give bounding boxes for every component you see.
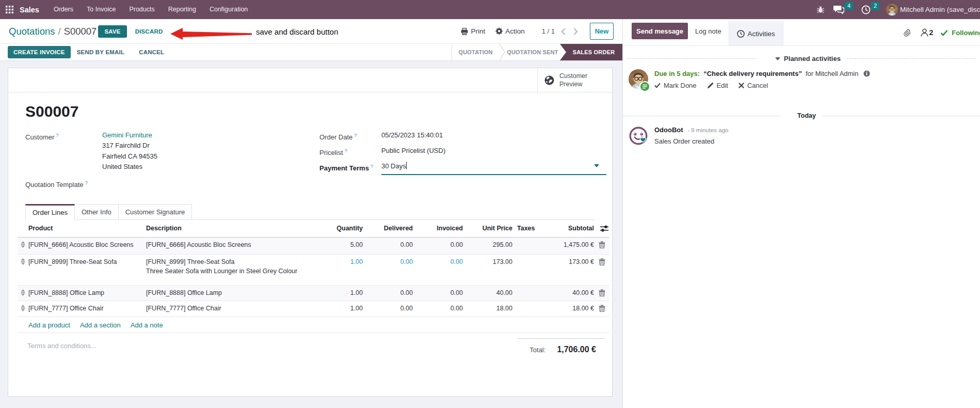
cell-taxes[interactable] [512,238,542,255]
menu-orders[interactable]: Orders [47,0,80,19]
user-name[interactable]: Mitchell Admin (save_discard [900,6,980,13]
followers-button[interactable]: 2 [921,28,934,37]
message-author[interactable]: OdooBot [654,126,683,134]
action-button[interactable]: Action [495,27,525,35]
tab-other-info[interactable]: Other Info [75,204,119,220]
cell-quantity[interactable]: 1.00 [306,286,363,301]
messages-icon-button[interactable]: 4 [833,5,844,14]
activities-button[interactable]: Activities [729,21,783,46]
edit-activity-button[interactable]: Edit [707,82,728,89]
info-icon[interactable] [863,70,870,77]
send-message-button[interactable]: Send message [632,23,688,39]
attachment-button[interactable] [903,28,912,37]
cell-subtotal[interactable]: 40.00 € [542,286,594,301]
planned-activities-toggle[interactable]: Planned activities [775,55,841,62]
th-quantity[interactable]: Quantity [306,220,363,238]
cell-product[interactable]: [FURN_8888] Office Lamp [28,286,146,301]
cell-description[interactable]: [FURN_8888] Office Lamp [146,286,306,301]
cell-quantity[interactable]: 1.00 [306,301,363,317]
cell-quantity[interactable]: 5.00 [306,238,363,255]
create-invoice-button[interactable]: CREATE INVOICE [8,46,71,58]
cell-delivered[interactable]: 0.00 [363,286,413,301]
customer-link[interactable]: Gemini Furniture [102,130,319,140]
th-subtotal[interactable]: Subtotal [542,220,594,238]
delete-line-button[interactable] [594,255,609,286]
cell-taxes[interactable] [512,255,542,286]
delete-line-button[interactable] [594,238,609,255]
cell-quantity[interactable]: 1.00 [306,255,363,286]
save-button[interactable]: SAVE [98,25,126,38]
drag-handle[interactable] [18,301,28,317]
following-button[interactable]: Following [940,29,980,37]
apps-grid-icon[interactable] [6,6,13,13]
tab-order-lines[interactable]: Order Lines [25,204,75,220]
cell-invoiced[interactable]: 0.00 [413,255,463,286]
payment-terms-input[interactable]: 30 Days [381,160,606,175]
drag-handle[interactable] [18,286,28,301]
order-line-row[interactable]: [FURN_8888] Office Lamp [FURN_8888] Offi… [18,286,609,301]
order-line-row[interactable]: [FURN_7777] Office Chair [FURN_7777] Off… [18,301,609,317]
drag-handle[interactable] [18,238,28,255]
pricelist-value[interactable]: Public Pricelist (USD) [381,144,606,160]
cell-description[interactable]: [FURN_8999] Three-Seat Sofa Three Seater… [146,255,306,286]
tab-customer-signature[interactable]: Customer Signature [119,204,192,220]
mark-done-button[interactable]: Mark Done [654,82,697,89]
log-note-button[interactable]: Log note [688,23,729,39]
menu-products[interactable]: Products [122,0,161,19]
cell-taxes[interactable] [512,286,542,301]
th-unit-price[interactable]: Unit Price [463,220,512,238]
step-quotation[interactable]: QUOTATION [452,44,499,60]
cancel-activity-button[interactable]: Cancel [738,82,768,89]
cancel-button[interactable]: CANCEL [139,49,164,55]
add-product-link[interactable]: Add a product [28,321,70,329]
menu-reporting[interactable]: Reporting [162,0,203,19]
cell-description[interactable]: [FURN_7777] Office Chair [146,301,306,317]
add-section-link[interactable]: Add a section [80,321,121,329]
menu-configuration[interactable]: Configuration [203,0,254,19]
quotation-template-value[interactable] [88,176,319,192]
cell-unit-price[interactable]: 173.00 [463,255,512,286]
send-by-email-button[interactable]: SEND BY EMAIL [77,49,124,55]
cell-product[interactable]: [FURN_6666] Acoustic Bloc Screens [28,238,146,255]
cell-invoiced[interactable]: 0.00 [413,238,463,255]
cell-subtotal[interactable]: 1,475.00 € [542,238,594,255]
debug-bug-icon[interactable] [816,6,825,13]
delete-line-button[interactable] [594,286,609,301]
cell-delivered[interactable]: 0.00 [363,301,413,317]
step-quotation-sent[interactable]: QUOTATION SENT [505,44,560,60]
cell-unit-price[interactable]: 40.00 [463,286,512,301]
th-product[interactable]: Product [28,220,146,238]
cell-delivered[interactable]: 0.00 [363,255,413,286]
activities-icon-button[interactable]: 2 [861,5,871,14]
order-date-value[interactable]: 05/25/2023 15:40:01 [381,129,606,144]
th-description[interactable]: Description [146,220,306,238]
th-delivered[interactable]: Delivered [363,220,413,238]
terms-placeholder[interactable]: Terms and conditions... [25,333,517,354]
order-line-row[interactable]: [FURN_8999] Three-Seat Sofa [FURN_8999] … [18,255,609,286]
step-sales-order[interactable]: SALES ORDER [560,44,622,60]
cell-unit-price[interactable]: 18.00 [463,301,512,317]
menu-to-invoice[interactable]: To Invoice [80,0,122,19]
cell-taxes[interactable] [512,301,542,317]
cell-subtotal[interactable]: 173.00 € [542,255,594,286]
th-taxes[interactable]: Taxes [512,220,542,238]
cell-invoiced[interactable]: 0.00 [413,301,463,317]
add-note-link[interactable]: Add a note [131,321,163,329]
app-name[interactable]: Sales [20,6,39,14]
pager-next-button[interactable] [573,27,579,36]
delete-line-button[interactable] [594,301,609,317]
cell-description[interactable]: [FURN_6666] Acoustic Bloc Screens [146,238,306,255]
order-line-row[interactable]: [FURN_6666] Acoustic Bloc Screens [FURN_… [18,238,609,255]
cell-invoiced[interactable]: 0.00 [413,286,463,301]
cell-product[interactable]: [FURN_7777] Office Chair [28,301,146,317]
cell-product[interactable]: [FURN_8999] Three-Seat Sofa [28,255,146,286]
discard-button[interactable]: DISCARD [135,28,163,35]
record-title[interactable]: S00007 [25,101,595,122]
cell-unit-price[interactable]: 295.00 [463,238,512,255]
cell-subtotal[interactable]: 18.00 € [542,301,594,317]
pager-previous-button[interactable] [560,27,566,36]
optional-columns-button[interactable] [594,220,609,238]
print-button[interactable]: Print [461,27,485,35]
th-invoiced[interactable]: Invoiced [413,220,463,238]
customer-preview-button[interactable]: Customer Preview [537,68,612,92]
